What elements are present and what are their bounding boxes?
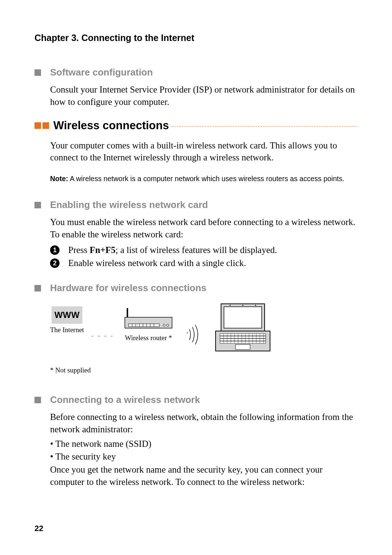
svg-rect-19: [220, 336, 266, 338]
heading-bullet-icon: [42, 122, 49, 129]
svg-point-16: [255, 305, 256, 306]
bullet-item: • The security key: [50, 450, 358, 463]
section-connecting: Connecting to a wireless network: [34, 394, 358, 405]
section-bullet-icon: [34, 397, 41, 403]
section-bullet-icon: [34, 285, 41, 291]
page-number: 22: [34, 524, 43, 533]
step-text: Enable wireless network card with a sing…: [68, 257, 246, 269]
svg-rect-34: [236, 344, 250, 350]
note-text: A wireless network is a computer network…: [68, 175, 344, 183]
section-bullet-icon: [34, 202, 41, 208]
body-text: You must enable the wireless network car…: [50, 216, 358, 241]
www-icon: WWW: [52, 306, 82, 324]
bullet-item: • The network name (SSID): [50, 437, 358, 450]
body-text: Before connecting to a wireless network,…: [50, 411, 358, 436]
caption: Wireless router *: [125, 334, 172, 342]
body-text: Your computer comes with a built-in wire…: [50, 139, 358, 164]
footnote: * Not supplied: [50, 366, 358, 374]
svg-rect-13: [224, 307, 262, 328]
section-software-config: Software configuration: [34, 67, 358, 78]
heading-bullet-icon: [34, 122, 41, 129]
connection-dashes-icon: - - - -: [91, 331, 114, 340]
svg-point-10: [163, 324, 165, 326]
hardware-diagram: WWW The Internet - - - - Wireless router…: [50, 306, 358, 355]
svg-rect-21: [220, 341, 266, 343]
heading-rule-icon: [172, 126, 358, 127]
wireless-signal-icon: [183, 322, 205, 347]
main-heading-wireless: Wireless connections: [34, 119, 358, 132]
step-1: 1 Press Fn+F5; a list of wireless featur…: [50, 244, 358, 257]
diagram-router: Wireless router *: [121, 306, 176, 342]
svg-point-11: [167, 324, 169, 326]
svg-rect-20: [220, 339, 266, 341]
svg-rect-18: [220, 334, 266, 336]
note-label: Note:: [50, 175, 68, 183]
section-title: Enabling the wireless network card: [50, 199, 208, 211]
note: Note: A wireless network is a computer n…: [50, 175, 358, 183]
svg-point-15: [242, 305, 244, 306]
section-enabling: Enabling the wireless network card: [34, 199, 358, 211]
section-title: Hardware for wireless connections: [50, 282, 207, 294]
diagram-laptop: [212, 301, 274, 355]
body-text: Consult your Internet Service Provider (…: [50, 83, 358, 108]
main-heading-text: Wireless connections: [53, 119, 169, 132]
router-icon: [121, 306, 176, 332]
section-title: Connecting to a wireless network: [50, 394, 200, 405]
svg-rect-2: [128, 324, 159, 327]
step-number-icon: 2: [50, 258, 60, 268]
step-number-icon: 1: [50, 245, 60, 255]
caption: The Internet: [50, 326, 84, 334]
section-bullet-icon: [34, 69, 41, 76]
diagram-internet: WWW The Internet: [50, 306, 84, 334]
laptop-icon: [212, 301, 274, 355]
step-2: 2 Enable wireless network card with a si…: [50, 257, 358, 270]
body-text: Once you get the network name and the se…: [50, 464, 358, 488]
svg-point-14: [230, 305, 231, 306]
step-text: Press Fn+F5; a list of wireless features…: [68, 244, 277, 256]
section-title: Software configuration: [50, 67, 153, 78]
section-hardware: Hardware for wireless connections: [34, 282, 358, 294]
chapter-title: Chapter 3. Connecting to the Internet: [34, 33, 358, 43]
